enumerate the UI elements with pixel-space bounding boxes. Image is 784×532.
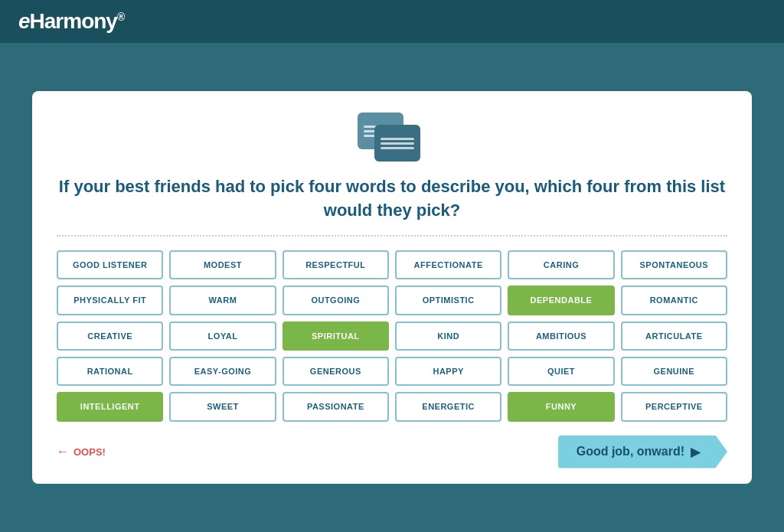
- word-btn-kind[interactable]: KIND: [395, 321, 501, 351]
- footer: ← OOPS! Good job, onward! ▶: [57, 436, 727, 468]
- chat-icon-container: [57, 113, 727, 166]
- bubble-line-5: [381, 142, 414, 145]
- word-btn-loyal[interactable]: LOYAL: [169, 321, 276, 351]
- word-btn-easy-going[interactable]: EASY-GOING: [169, 357, 276, 386]
- word-btn-rational[interactable]: RATIONAL: [57, 357, 163, 386]
- word-btn-passionate[interactable]: PASSIONATE: [283, 392, 389, 421]
- main-content: If your best friends had to pick four wo…: [0, 43, 784, 532]
- onward-arrow-icon: ▶: [691, 445, 700, 459]
- word-btn-happy[interactable]: HAPPY: [395, 357, 501, 386]
- word-btn-affectionate[interactable]: AFFECTIONATE: [395, 250, 501, 279]
- oops-arrow-icon: ←: [57, 445, 69, 459]
- word-btn-sweet[interactable]: SWEET: [169, 392, 276, 421]
- word-btn-energetic[interactable]: ENERGETIC: [395, 392, 501, 421]
- word-btn-dependable[interactable]: DEPENDABLE: [508, 286, 614, 315]
- divider: [57, 235, 727, 237]
- word-btn-quiet[interactable]: QUIET: [508, 357, 614, 386]
- bubble-line-6: [381, 147, 414, 149]
- word-btn-respectful[interactable]: RESPECTFUL: [283, 250, 389, 279]
- chat-bubble-front: [374, 125, 420, 162]
- word-btn-spiritual[interactable]: SPIRITUAL: [283, 321, 389, 351]
- word-btn-articulate[interactable]: ARTICULATE: [621, 321, 727, 351]
- onward-label: Good job, onward!: [577, 445, 684, 459]
- word-btn-good-listener[interactable]: GOOD LISTENER: [57, 250, 163, 279]
- question-text: If your best friends had to pick four wo…: [57, 175, 727, 223]
- header: eHarmony®: [0, 0, 784, 43]
- word-btn-ambitious[interactable]: AMBITIOUS: [508, 321, 614, 351]
- word-btn-warm[interactable]: WARM: [169, 286, 276, 315]
- chat-bubbles-icon: [358, 113, 426, 166]
- words-grid: GOOD LISTENERMODESTRESPECTFULAFFECTIONAT…: [57, 250, 727, 421]
- word-btn-outgoing[interactable]: OUTGOING: [283, 286, 389, 315]
- oops-button[interactable]: ← OOPS!: [57, 445, 106, 459]
- word-btn-funny[interactable]: FUNNY: [508, 392, 614, 421]
- logo-harmony: Harmony: [30, 9, 117, 33]
- word-btn-genuine[interactable]: GENUINE: [621, 357, 727, 386]
- word-btn-perceptive[interactable]: PERCEPTIVE: [621, 392, 727, 421]
- word-btn-generous[interactable]: GENEROUS: [283, 357, 389, 386]
- word-btn-modest[interactable]: MODEST: [169, 250, 276, 279]
- bubble-line-4: [381, 138, 414, 140]
- word-btn-intelligent[interactable]: INTELLIGENT: [57, 392, 163, 421]
- card: If your best friends had to pick four wo…: [32, 91, 752, 483]
- word-btn-romantic[interactable]: ROMANTIC: [621, 286, 727, 315]
- word-btn-physically-fit[interactable]: PHYSICALLY FIT: [57, 286, 163, 315]
- logo-e: e: [18, 9, 30, 33]
- oops-label: OOPS!: [74, 446, 106, 458]
- word-btn-caring[interactable]: CARING: [508, 250, 614, 279]
- logo-trademark: ®: [117, 11, 124, 23]
- word-btn-creative[interactable]: CREATIVE: [57, 321, 163, 351]
- word-btn-optimistic[interactable]: OPTIMISTIC: [395, 286, 501, 315]
- onward-button[interactable]: Good job, onward! ▶: [558, 436, 727, 468]
- logo: eHarmony®: [18, 9, 124, 34]
- word-btn-spontaneous[interactable]: SPONTANEOUS: [621, 250, 727, 279]
